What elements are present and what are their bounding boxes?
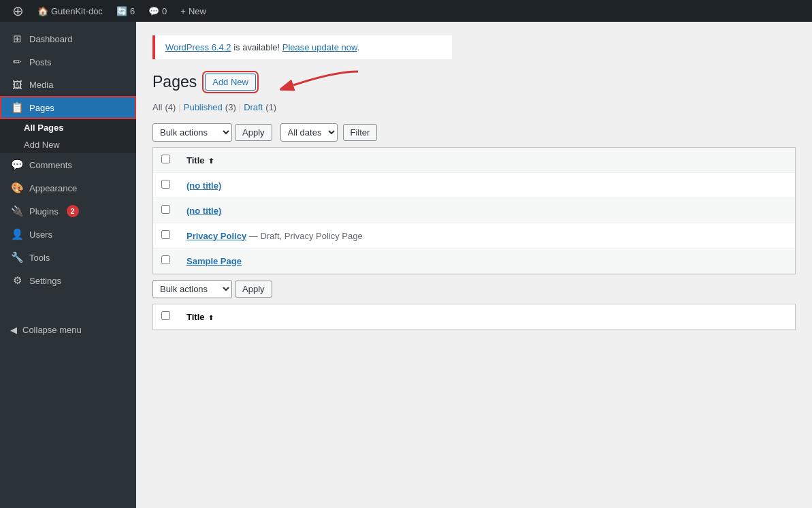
tools-icon: 🔧 — [10, 251, 24, 264]
filter-tabs: All (4) | Published (3) | Draft (1) — [152, 102, 796, 112]
users-icon: 👤 — [10, 228, 24, 240]
date-filter-select[interactable]: All dates — [280, 123, 338, 142]
title-label: Title — [186, 155, 205, 165]
page-title-link[interactable]: (no title) — [186, 206, 221, 216]
filter-button[interactable]: Filter — [343, 124, 378, 141]
collapse-label: Collapse menu — [22, 325, 82, 335]
settings-icon: ⚙ — [10, 274, 24, 287]
filter-tab-all[interactable]: All — [152, 102, 162, 112]
wp-logo-icon: ⊕ — [12, 3, 24, 19]
update-notice: WordPress 6.4.2 is available! Please upd… — [152, 35, 452, 59]
sidebar-item-tools[interactable]: 🔧 Tools — [0, 246, 136, 269]
row-checkbox[interactable] — [161, 255, 170, 264]
pages-submenu: All Pages Add New — [0, 119, 136, 153]
admin-bar: ⊕ 🏠 GutenKit-doc 🔄 6 💬 0 + New — [0, 0, 812, 22]
page-title: Pages — [152, 73, 197, 91]
sidebar-item-label: Plugins — [29, 206, 59, 217]
new-content-link[interactable]: + New — [174, 0, 213, 22]
site-name-link[interactable]: 🏠 GutenKit-doc — [31, 0, 110, 22]
sidebar-item-media[interactable]: 🖼 Media — [0, 74, 136, 96]
pages-table: Title ⬆ (no title)(no title)Privacy Poli… — [153, 148, 795, 274]
row-checkbox[interactable] — [161, 205, 170, 214]
row-checkbox[interactable] — [161, 180, 170, 189]
published-count: (3) — [225, 102, 236, 112]
main-content: WordPress 6.4.2 is available! Please upd… — [136, 22, 812, 508]
top-toolbar: Bulk actions Edit Move to Trash Apply Al… — [152, 118, 796, 147]
sidebar-item-posts[interactable]: ✏ Posts — [0, 50, 136, 74]
sidebar-item-label: Dashboard — [29, 34, 73, 44]
update-now-link[interactable]: Please update now — [282, 42, 357, 52]
filter-tab-draft[interactable]: Draft — [244, 102, 263, 112]
all-count: (4) — [165, 102, 176, 112]
pages-icon: 📋 — [10, 101, 24, 114]
comments-link[interactable]: 💬 0 — [142, 0, 174, 22]
select-all-checkbox[interactable] — [161, 155, 170, 163]
sidebar-item-label: Comments — [29, 160, 72, 170]
sidebar-item-users[interactable]: 👤 Users — [0, 223, 136, 246]
page-title-link[interactable]: Sample Page — [186, 256, 242, 266]
collapse-menu-button[interactable]: ◀ Collapse menu — [0, 319, 136, 340]
sidebar-item-appearance[interactable]: 🎨 Appearance — [0, 176, 136, 200]
table-row: Privacy Policy — Draft, Privacy Policy P… — [153, 223, 795, 249]
sidebar-item-label: Appearance — [29, 183, 77, 193]
row-check-col — [153, 173, 178, 198]
sidebar-item-settings[interactable]: ⚙ Settings — [0, 269, 136, 292]
wp-logo-link[interactable]: ⊕ — [5, 0, 31, 22]
sidebar-subitem-all-pages[interactable]: All Pages — [0, 119, 136, 136]
bottom-toolbar: Bulk actions Edit Move to Trash Apply — [152, 274, 796, 304]
arrow-annotation — [280, 68, 361, 104]
row-title-col: Sample Page — [178, 249, 795, 274]
page-title-link[interactable]: (no title) — [186, 180, 221, 191]
bottom-title-table: Title ⬆ — [153, 304, 795, 330]
row-checkbox[interactable] — [161, 230, 170, 239]
select-all-col — [153, 148, 178, 173]
row-check-col — [153, 304, 178, 330]
table-row: Sample Page — [153, 249, 795, 274]
page-header: Pages Add New — [152, 73, 796, 91]
bulk-actions-select[interactable]: Bulk actions Edit Move to Trash — [152, 123, 232, 142]
sidebar: ⊞ Dashboard ✏ Posts 🖼 Media 📋 Pages All … — [0, 22, 136, 508]
table-row: (no title) — [153, 173, 795, 198]
sidebar-item-pages[interactable]: 📋 Pages — [0, 96, 136, 119]
bulk-actions-select-bottom[interactable]: Bulk actions Edit Move to Trash — [152, 280, 232, 298]
sidebar-item-label: Posts — [29, 57, 52, 67]
updates-icon: 🔄 — [116, 6, 127, 16]
add-new-button[interactable]: Add New — [205, 74, 256, 91]
sidebar-item-label: Settings — [29, 276, 61, 286]
row-check-col — [153, 198, 178, 223]
appearance-icon: 🎨 — [10, 182, 24, 194]
sidebar-item-dashboard[interactable]: ⊞ Dashboard — [0, 27, 136, 50]
notice-text2: . — [357, 42, 360, 52]
table-header-row: Title ⬆ — [153, 148, 795, 173]
sidebar-subitem-add-new[interactable]: Add New — [0, 136, 136, 153]
sidebar-item-comments[interactable]: 💬 Comments — [0, 153, 136, 176]
wp-version-link[interactable]: WordPress 6.4.2 — [165, 42, 231, 52]
page-title-link[interactable]: Privacy Policy — [186, 231, 246, 241]
title-bottom-col: Title ⬆ — [178, 304, 795, 330]
filter-tab-published[interactable]: Published — [184, 102, 223, 112]
sidebar-item-plugins[interactable]: 🔌 Plugins 2 — [0, 200, 136, 223]
sidebar-item-label: Tools — [29, 253, 50, 263]
pages-table-wrapper: Title ⬆ (no title)(no title)Privacy Poli… — [152, 147, 796, 274]
apply-button-bottom[interactable]: Apply — [235, 281, 272, 298]
row-title-col: (no title) — [178, 198, 795, 223]
posts-icon: ✏ — [10, 56, 24, 68]
row-title-col: (no title) — [178, 173, 795, 198]
apply-button-top[interactable]: Apply — [235, 124, 272, 141]
row-check-col — [153, 223, 178, 249]
home-icon: 🏠 — [37, 6, 48, 16]
table-row: Title ⬆ — [153, 304, 795, 330]
row-checkbox[interactable] — [161, 311, 170, 320]
add-new-container: Add New — [205, 74, 256, 91]
sidebar-item-label: Users — [29, 229, 52, 240]
title-col-header: Title ⬆ — [178, 148, 795, 173]
sort-icon[interactable]: ⬆ — [208, 157, 214, 165]
updates-link[interactable]: 🔄 6 — [110, 0, 142, 22]
plus-icon: + — [180, 6, 186, 16]
site-name-label: GutenKit-doc — [51, 6, 103, 16]
comments-icon: 💬 — [148, 6, 159, 16]
main-layout: ⊞ Dashboard ✏ Posts 🖼 Media 📋 Pages All … — [0, 22, 812, 508]
sort-icon-bottom[interactable]: ⬆ — [208, 314, 214, 321]
bottom-title-row-wrapper: Title ⬆ — [152, 304, 796, 330]
draft-count: (1) — [265, 102, 276, 112]
